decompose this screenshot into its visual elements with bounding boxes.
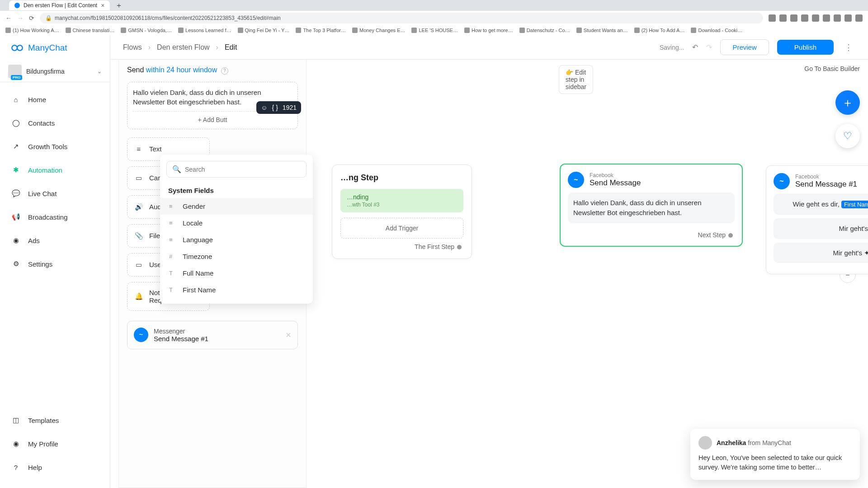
nav-live-chat[interactable]: 💬Live Chat [0,182,110,205]
bookmark-item[interactable]: LEE 'S HOUSE… [411,28,458,33]
system-fields-dropdown: 🔍 System Fields ≡Gender ≡Locale ≡Languag… [160,155,313,304]
node-title: …ng Step [340,173,463,183]
ext-icon[interactable] [812,14,819,22]
preview-button[interactable]: Preview [720,39,769,55]
ext-icon[interactable] [779,14,787,22]
message-block[interactable]: Hallo vielen Dank, dass du dich in unser… [127,82,298,129]
ext-icon[interactable] [823,14,830,22]
field-timezone[interactable]: #Timezone [160,248,313,265]
add-trigger-button[interactable]: Add Trigger [340,218,463,239]
favorite-fab[interactable]: ♡ [835,124,860,148]
more-icon[interactable]: ⋮ [842,42,855,52]
fields-search[interactable]: 🔍 [166,161,307,178]
home-icon: ⌂ [11,94,21,104]
ext-icon[interactable] [769,14,776,22]
info-icon[interactable]: ? [221,67,228,75]
saving-status: Saving... [660,44,684,51]
account-avatar: PRO [8,65,22,78]
nav-label: Ads [28,237,40,244]
redo-icon[interactable]: ↷ [706,43,712,52]
new-tab-button[interactable]: ＋ [115,1,123,10]
node-send-message[interactable]: ~ FacebookSend Message Hallo vielen Dank… [560,164,743,247]
field-full-name[interactable]: TFull Name [160,265,313,282]
close-icon[interactable]: × [101,2,104,9]
field-language[interactable]: ≡Language [160,231,313,248]
node-starting-step[interactable]: …ng Step …nding …wth Tool #3 Add Trigger… [332,164,472,259]
trigger-pill[interactable]: …nding …wth Tool #3 [340,189,463,212]
nav-templates[interactable]: ◫Templates [0,408,110,432]
nav-home[interactable]: ⌂Home [0,88,110,111]
broadcast-icon: 📢 [11,212,21,222]
nav-automation[interactable]: ✱Automation [0,158,110,182]
nav-label: Live Chat [28,190,57,197]
nav-broadcasting[interactable]: 📢Broadcasting [0,205,110,229]
field-gender[interactable]: ≡Gender [160,198,313,215]
bookmark-item[interactable]: Qing Fei De Yi - Y… [238,28,290,33]
extension-icons [769,14,863,22]
nav-growth-tools[interactable]: ↗Growth Tools [0,135,110,158]
bookmark-item[interactable]: How to get more… [464,28,513,33]
bookmark-item[interactable]: Datenschutz - Co… [519,28,570,33]
next-message-card[interactable]: ~ Messenger Send Message #1 × [127,321,298,349]
audio-icon: 🔊 [134,202,144,212]
breadcrumb-flows[interactable]: Flows [123,43,142,52]
bookmark-item[interactable]: Download - Cooki… [691,28,742,33]
message-bubble: Wie geht es dir, First Name? [774,194,868,215]
reload-icon[interactable]: ⟳ [29,14,34,22]
logo-text: ManyChat [28,43,67,53]
undo-icon[interactable]: ↶ [692,43,698,52]
send-window-link[interactable]: within 24 hour window [146,66,217,74]
breadcrumb-flow-name[interactable]: Den ersten Flow [157,43,210,52]
intercom-chat-popup[interactable]: Anzhelika from ManyChat Hey Leon, You've… [690,429,860,480]
nav-label: Growth Tools [28,143,67,150]
ext-icon[interactable] [801,14,808,22]
field-locale[interactable]: ≡Locale [160,215,313,231]
braces-icon[interactable]: { } [272,104,278,111]
node-send-message-1[interactable]: ~ FacebookSend Message #1 Wie geht es di… [766,165,868,274]
add-step-fab[interactable]: ＋ [835,90,860,115]
facebook-icon: ~ [774,173,790,189]
breadcrumb-sep: › [148,43,151,52]
logo[interactable]: ManyChat [0,35,110,61]
nav-my-profile[interactable]: ◉My Profile [0,432,110,455]
send-prefix: Send [127,66,146,74]
publish-button[interactable]: Publish [777,40,834,55]
edit-step-sidebar-button[interactable]: 👉 Edit step in sidebar [559,65,593,94]
browser-tab[interactable]: Den ersten Flow | Edit Content × [9,0,110,10]
node-footer: The First Step [340,239,463,250]
node-footer: Next Step [568,227,735,239]
bookmark-item[interactable]: Student Wants an… [576,28,628,33]
bookmark-item[interactable]: GMSN - Vologda,… [121,28,172,33]
account-switcher[interactable]: PRO Bildungsfirma ⌄ [0,61,110,82]
nav-help[interactable]: ?Help [0,455,110,479]
flow-canvas[interactable]: 👉 Edit step in sidebar Go To Basic Build… [110,60,868,488]
emoji-icon[interactable]: ☺ [261,104,267,111]
svg-point-1 [17,45,23,51]
search-input[interactable] [185,166,301,173]
close-icon[interactable]: × [286,330,291,340]
bookmark-item[interactable]: Money Changes E… [352,28,406,33]
nav-contacts[interactable]: ◯Contacts [0,111,110,135]
bookmark-item[interactable]: (2) How To Add A… [634,28,685,33]
bookmark-item[interactable]: The Top 3 Platfor… [296,28,346,33]
ext-icon[interactable] [844,14,852,22]
bookmark-item[interactable]: Lessons Learned f… [178,28,231,33]
goto-basic-builder-link[interactable]: Go To Basic Builder [804,65,860,72]
nav-ads[interactable]: ◉Ads [0,229,110,252]
variable-chip: First Name [841,201,868,208]
label: Locale [183,219,203,227]
send-header: Send within 24 hour window ? [127,66,298,75]
bookmark-item[interactable]: (1) How Working A… [5,28,59,33]
back-icon[interactable]: ← [5,14,12,22]
bookmark-item[interactable]: Chinese translati… [66,28,115,33]
templates-icon: ◫ [11,415,21,425]
ext-icon[interactable] [834,14,841,22]
field-first-name[interactable]: TFirst Name [160,282,313,298]
connector-dot[interactable] [728,233,733,238]
ext-icon[interactable] [855,14,863,22]
forward-icon[interactable]: → [17,14,24,22]
connector-dot[interactable] [457,245,462,249]
url-bar[interactable]: 🔒 manychat.com/fb198150208109206118/cms/… [40,13,763,23]
nav-settings[interactable]: ⚙Settings [0,252,110,276]
ext-icon[interactable] [790,14,797,22]
